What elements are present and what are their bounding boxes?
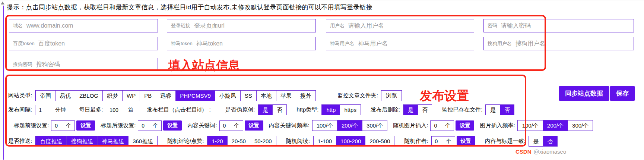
content-keyword-input[interactable]: 0 个 (219, 120, 243, 131)
random-author-input[interactable]: 0 个 (431, 136, 455, 147)
domain-input[interactable] (26, 22, 154, 29)
monitor-exist-option[interactable]: 否 (500, 105, 514, 115)
site-type-option[interactable]: 易优 (55, 91, 75, 101)
site-type-option[interactable]: 小旋风 (215, 91, 240, 101)
random-read-option[interactable]: 100-200 (336, 136, 365, 146)
domain-field-label: 域名 (13, 22, 23, 29)
push-option[interactable]: 百度推送 (35, 136, 66, 146)
pseudo-original-option[interactable]: 是 (258, 105, 272, 115)
random-image-value: 0 (434, 123, 437, 129)
title-suffix-unit: 个 (153, 122, 158, 129)
password-input[interactable] (501, 22, 630, 29)
site-type-option[interactable]: PHPCMSV9 (175, 91, 215, 101)
sogou-password-field[interactable]: 搜狗密码 (9, 58, 158, 71)
sync-site-data-button[interactable]: 同步站点数据 (559, 86, 609, 101)
baidu-token-input[interactable] (38, 40, 154, 47)
random-comment-option[interactable]: 50-200 (250, 136, 276, 146)
domain-field[interactable]: 域名 (9, 19, 158, 32)
sogou-user-input[interactable] (515, 40, 630, 47)
content-keyword-set-button[interactable]: 设置 (245, 120, 263, 131)
publish-settings-page: 提示：点击同步站点数据，获取栏目和最新文章信息，选择栏目id用于自动发布,未修改… (0, 0, 644, 160)
delete-after-option[interactable]: 是 (403, 105, 418, 115)
site-type-option[interactable]: 织梦 (102, 91, 122, 101)
random-read-label: 随机阅读: (286, 138, 310, 145)
monitor-exist-label: 监控已存在文件: (442, 106, 482, 113)
http-type-option[interactable]: https (340, 105, 361, 115)
login-url-field-label: 登录链接 (171, 22, 190, 29)
interval-input[interactable]: 1 分钟 (35, 105, 69, 115)
login-url-input[interactable] (194, 22, 312, 29)
username-input[interactable] (348, 22, 470, 29)
baidu-token-field[interactable]: 百度token (9, 37, 158, 50)
random-comment-option[interactable]: 20-50 (227, 136, 250, 146)
browse-button[interactable]: 浏览 (381, 90, 402, 101)
delete-after-option[interactable]: 否 (418, 105, 432, 115)
random-read-option[interactable]: 1-100 (313, 136, 336, 146)
daily-max-input[interactable]: 100 篇 (106, 105, 137, 115)
title-suffix-set-button[interactable]: 设置 (163, 120, 182, 131)
random-comment-group: 1-2020-5050-200 (207, 136, 276, 147)
pseudo-original-option[interactable]: 否 (272, 105, 286, 115)
keyword-freq-group: 100/个200/个300/个 (312, 120, 388, 131)
site-type-option[interactable]: 帝国 (35, 91, 55, 101)
site-type-option[interactable]: ZBLOG (75, 91, 102, 101)
keyword-freq-label: 内容关键词频率: (269, 122, 310, 129)
shenma-user-field[interactable]: 神马用户名 (326, 37, 474, 50)
random-comment-label: 随机评论/点赞: (167, 138, 204, 145)
shenma-token-field-label: 神马token (171, 40, 193, 47)
title-match-option[interactable]: 否 (543, 136, 557, 146)
baidu-token-field-label: 百度token (13, 40, 35, 47)
keyword-freq-option[interactable]: 300/个 (362, 120, 387, 131)
push-option[interactable]: 360推送 (128, 136, 157, 146)
content-keyword-value: 0 (223, 123, 226, 129)
keyword-freq-option[interactable]: 200/个 (337, 120, 362, 131)
image-freq-option[interactable]: 300/个 (568, 120, 593, 131)
shenma-token-input[interactable] (196, 40, 312, 47)
shenma-token-field[interactable]: 神马token (167, 37, 316, 50)
site-type-option[interactable]: SS (240, 91, 256, 101)
site-type-option[interactable]: WP (122, 91, 140, 101)
publish-annotation: 发布设置 (420, 90, 469, 102)
random-comment-option[interactable]: 1-20 (207, 136, 227, 146)
random-author-set-button[interactable]: 设置 (457, 136, 475, 146)
random-read-option[interactable]: 200-500 (365, 136, 394, 146)
title-suffix-input[interactable]: 0 个 (138, 120, 162, 131)
pseudo-original-group: 是否 (258, 104, 287, 115)
username-field-label: 用户名 (330, 22, 345, 29)
password-field-label: 密码 (488, 22, 497, 29)
keyword-freq-option[interactable]: 100/个 (312, 120, 337, 131)
site-type-option[interactable]: PB (140, 91, 156, 101)
title-prefix-input[interactable]: 0 个 (51, 120, 75, 131)
pseudo-original-label: 是否伪原创: (225, 106, 255, 113)
title-match-group: 是否 (529, 136, 558, 147)
monitor-exist-option[interactable]: 是 (486, 105, 500, 115)
push-option[interactable]: 搜狗推送 (66, 136, 97, 146)
image-freq-option[interactable]: 100/个 (518, 120, 543, 131)
title-prefix-set-button[interactable]: 设置 (76, 120, 95, 131)
title-match-option[interactable]: 是 (529, 136, 543, 146)
delete-after-label: 发布后删除: (371, 106, 400, 113)
shenma-user-input[interactable] (358, 40, 470, 47)
username-field[interactable]: 用户名 (326, 19, 474, 32)
random-image-input[interactable]: 0 个 (430, 120, 454, 131)
password-field[interactable]: 密码 (483, 19, 634, 32)
site-type-option[interactable]: 迅睿 (156, 91, 175, 101)
http-type-option[interactable]: http (322, 105, 340, 115)
monitor-exist-group: 是否 (485, 104, 514, 115)
sogou-user-field[interactable]: 搜狗用户名 (483, 37, 634, 50)
image-freq-option[interactable]: 200/个 (543, 120, 568, 131)
http-type-group: httphttps (321, 104, 361, 115)
save-button[interactable]: 保存 (610, 86, 635, 101)
site-type-option[interactable]: 本地 (256, 91, 276, 101)
login-url-field[interactable]: 登录链接 (167, 19, 316, 32)
content-keyword-label: 内容关键词: (187, 122, 217, 129)
site-type-option[interactable]: 苹果 (276, 91, 296, 101)
sogou-password-input[interactable] (36, 61, 154, 68)
shenma-user-field-label: 神马用户名 (330, 40, 354, 47)
random-image-set-button[interactable]: 设置 (456, 120, 474, 131)
site-type-option[interactable]: 搜外 (296, 91, 315, 101)
publish-column-label: 发布栏目（点击栏目id）： (147, 106, 213, 113)
push-label: 是否推送: (8, 138, 32, 145)
push-option[interactable]: 神马推送 (97, 136, 128, 146)
scroll-up-icon[interactable] (1, 1, 4, 4)
